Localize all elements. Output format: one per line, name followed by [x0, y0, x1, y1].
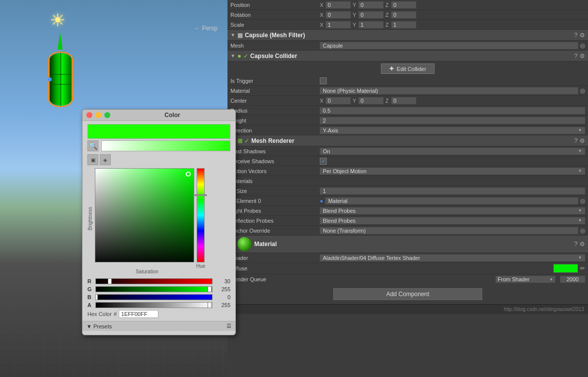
maximize-button[interactable]: [104, 112, 110, 118]
height-value[interactable]: 2: [320, 117, 585, 124]
eyedropper-icon[interactable]: 🔍: [87, 140, 98, 151]
center-z[interactable]: 0: [391, 97, 416, 104]
g-slider-row[interactable]: G 255: [87, 286, 230, 292]
g-slider-thumb[interactable]: [208, 286, 212, 292]
mesh-renderer-settings-icon[interactable]: ⚙: [580, 137, 585, 144]
material-help-icon[interactable]: ?: [574, 241, 578, 248]
render-queue-dropdown[interactable]: From Shader ▼: [496, 276, 555, 283]
mesh-value[interactable]: Capsule: [320, 42, 578, 49]
receive-shadows-checkbox[interactable]: ✓: [320, 158, 327, 165]
sat-cursor: [186, 172, 191, 177]
a-slider-track[interactable]: [95, 302, 213, 308]
render-queue-row: Render Queue From Shader ▼ 2000: [227, 274, 588, 284]
position-y[interactable]: 0: [359, 1, 383, 8]
mesh-filter-header[interactable]: ▼ ▦ Capsule (Mesh Filter) ? ⚙: [227, 30, 588, 41]
collider-material-target-icon[interactable]: ◎: [580, 87, 585, 94]
hue-gradient: [197, 168, 205, 262]
shader-row: Shader AladdinShader/04 Diffuse Tertex S…: [227, 253, 588, 263]
capsule-collider-right-icons: ? ⚙: [574, 53, 585, 60]
collider-material-value-row: None (Physic Material) ◎: [320, 87, 585, 94]
capsule-collider-help-icon[interactable]: ?: [574, 53, 578, 60]
mesh-target-icon[interactable]: ◎: [580, 42, 585, 49]
position-z[interactable]: 0: [391, 1, 416, 8]
size-value[interactable]: 1: [320, 188, 585, 194]
g-label: G: [87, 286, 95, 292]
mode-icon-2[interactable]: ◈: [100, 154, 111, 165]
is-trigger-checkbox[interactable]: [320, 77, 327, 84]
direction-label: Direction: [230, 127, 320, 133]
presets-header[interactable]: ▼ Presets ☰: [82, 321, 235, 331]
viewport[interactable]: ☀ ← Persp: [0, 0, 227, 377]
element0-target-icon[interactable]: ◎: [580, 197, 585, 204]
mesh-renderer-checkbox[interactable]: ✓: [244, 137, 249, 144]
g-slider-track[interactable]: [95, 286, 213, 292]
light-probes-dropdown[interactable]: Blend Probes ▼: [320, 207, 585, 214]
r-slider-thumb[interactable]: [108, 278, 112, 284]
material-settings-icon[interactable]: ⚙: [580, 241, 585, 248]
mesh-filter-help-icon[interactable]: ?: [574, 32, 578, 39]
capsule-collider-header[interactable]: ▼ ● ✓ Capsule Collider ? ⚙: [227, 51, 588, 62]
close-button[interactable]: [86, 112, 92, 118]
capsule-collider-checkbox[interactable]: ✓: [243, 53, 248, 60]
mode-icon-1[interactable]: ▣: [87, 154, 98, 165]
shader-label: Shader: [230, 255, 320, 261]
material-section-header[interactable]: ▼ Material ? ⚙: [227, 236, 588, 253]
scale-x[interactable]: 1: [326, 21, 351, 28]
hex-input[interactable]: [119, 310, 158, 318]
a-label: A: [87, 302, 95, 308]
anchor-override-value[interactable]: None (Transform): [320, 227, 578, 234]
rotation-x[interactable]: 0: [326, 11, 351, 18]
cast-shadows-dropdown[interactable]: On ▼: [320, 148, 585, 155]
a-slider-thumb[interactable]: [208, 302, 212, 308]
element0-row: Element 0 ● Material ◎: [227, 196, 588, 206]
reflection-probes-dropdown[interactable]: Blend Probes ▼: [320, 217, 585, 224]
up-arrow-icon: [58, 32, 63, 50]
presets-menu-icon[interactable]: ☰: [226, 323, 231, 329]
sat-bright-canvas-container[interactable]: [95, 168, 194, 262]
add-component-section: Add Component: [227, 284, 588, 304]
position-xyz: X0 Y0 Z0: [320, 1, 585, 8]
hue-slider-container[interactable]: Hue: [196, 168, 205, 269]
minimize-button[interactable]: [95, 112, 101, 118]
capsule-collider-settings-icon[interactable]: ⚙: [580, 53, 585, 60]
anchor-override-target-icon[interactable]: ◎: [580, 227, 585, 234]
mesh-renderer-header[interactable]: ▼ ▦ ✓ Mesh Renderer ? ⚙: [227, 135, 588, 146]
b-slider-track[interactable]: [95, 294, 213, 300]
rotation-row: Rotation X0 Y0 Z0: [227, 10, 588, 20]
edit-collider-button[interactable]: ✚ Edit Collider: [381, 63, 435, 74]
b-slider-row[interactable]: B 0: [87, 294, 230, 300]
radius-value[interactable]: 0.5: [320, 107, 585, 114]
mesh-renderer-help-icon[interactable]: ?: [574, 137, 578, 144]
rotation-y[interactable]: 0: [359, 11, 383, 18]
r-slider-track[interactable]: [95, 278, 213, 284]
scale-y[interactable]: 1: [359, 21, 383, 28]
direction-dropdown[interactable]: Y-Axis ▼: [320, 127, 585, 134]
material-section-right-icons: ? ⚙: [574, 241, 585, 248]
reflection-probes-row: Reflection Probes Blend Probes ▼: [227, 216, 588, 226]
b-slider-thumb[interactable]: [95, 294, 98, 300]
shader-chevron-icon: ▼: [578, 255, 582, 260]
add-component-button[interactable]: Add Component: [333, 288, 482, 300]
shader-dropdown[interactable]: AladdinShader/04 Diffuse Tertex Shader ▼: [320, 254, 585, 261]
a-slider-row[interactable]: A 255: [87, 302, 230, 308]
materials-label: Materials: [230, 178, 320, 184]
collider-material-value[interactable]: None (Physic Material): [320, 87, 578, 94]
hue-slider[interactable]: [197, 168, 205, 262]
element0-value[interactable]: Material: [325, 197, 578, 204]
render-queue-label: Render Queue: [230, 276, 493, 282]
scale-z[interactable]: 1: [391, 21, 416, 28]
rotation-z[interactable]: 0: [391, 11, 416, 18]
diffuse-edit-icon[interactable]: ✏: [580, 265, 585, 272]
diffuse-color-swatch[interactable]: [553, 264, 578, 273]
motion-vectors-dropdown[interactable]: Per Object Motion ▼: [320, 168, 585, 175]
r-value: 30: [215, 278, 230, 284]
render-queue-value[interactable]: 2000: [560, 276, 585, 283]
center-y[interactable]: 0: [359, 97, 383, 104]
bottom-bar: http://blog.csdn.net/dingxiaowei2013: [227, 304, 588, 314]
center-x[interactable]: 0: [326, 97, 351, 104]
r-slider-row[interactable]: R 30: [87, 278, 230, 284]
position-x[interactable]: 0: [326, 1, 351, 8]
color-picker-panel[interactable]: Color 🔍 ▣ ◈ Brightness: [82, 109, 236, 335]
mesh-filter-settings-icon[interactable]: ⚙: [580, 32, 585, 39]
picker-body: 🔍 ▣ ◈ Brightness: [82, 121, 235, 318]
